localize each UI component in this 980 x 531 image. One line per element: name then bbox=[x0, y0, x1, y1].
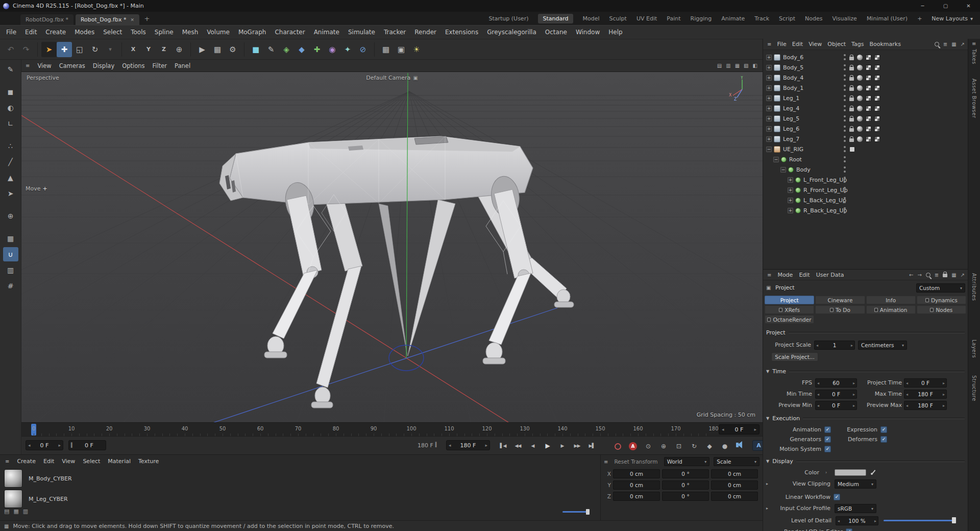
layout-add-button[interactable]: + bbox=[917, 15, 922, 22]
tab-xrefs[interactable]: XRefs bbox=[765, 305, 814, 314]
materials-menu-icon[interactable]: ≡ bbox=[5, 458, 9, 464]
menu-mograph[interactable]: MoGraph bbox=[238, 29, 266, 36]
expand-chevron-icon[interactable]: ▸ bbox=[766, 481, 768, 486]
deformer-menu[interactable]: ◉ bbox=[325, 42, 340, 57]
visibility-dots[interactable] bbox=[844, 115, 846, 122]
viewport-menu-icon[interactable]: ≡ bbox=[26, 63, 30, 68]
layout-track[interactable]: Track bbox=[754, 15, 769, 22]
visibility-dots[interactable] bbox=[844, 54, 846, 61]
texture-tag-icon[interactable] bbox=[866, 55, 871, 60]
attr-menu-mode[interactable]: Mode bbox=[777, 272, 793, 278]
visibility-dots[interactable] bbox=[844, 135, 846, 142]
filter-icon[interactable]: ≣ bbox=[943, 41, 947, 47]
lock-tag-icon[interactable] bbox=[849, 118, 854, 122]
om-menu-file[interactable]: File bbox=[777, 41, 786, 47]
expand-icon[interactable]: + bbox=[788, 177, 793, 183]
doc-tab-robotdog[interactable]: RobotDog.fbx * bbox=[20, 14, 74, 25]
y-axis-lock-button[interactable]: Y bbox=[141, 42, 156, 57]
object-row[interactable]: +R_Back_Leg_Up bbox=[763, 205, 968, 215]
scale-project-button[interactable]: Scale Project... bbox=[771, 352, 818, 361]
motion-system-checkbox[interactable]: ✓ bbox=[824, 446, 831, 452]
material-detail-view-icon[interactable]: ▥ bbox=[23, 508, 28, 515]
prev-key-button[interactable]: ◀◀ bbox=[511, 440, 525, 451]
goto-end-button[interactable]: ▶▌ bbox=[585, 440, 599, 451]
visibility-dots[interactable] bbox=[844, 176, 846, 183]
fields-menu[interactable]: ✚ bbox=[309, 42, 325, 57]
menu-spline[interactable]: Spline bbox=[155, 29, 174, 36]
visibility-dots[interactable] bbox=[844, 156, 846, 163]
undo-icon[interactable]: ↶ bbox=[3, 42, 18, 57]
axis-mode-button[interactable]: ⊕ bbox=[3, 209, 18, 223]
tab-animation[interactable]: Animation bbox=[866, 305, 916, 314]
thumbnail-size-slider[interactable] bbox=[562, 511, 588, 513]
position-z-field[interactable]: 0 cm bbox=[613, 492, 660, 501]
menu-animate[interactable]: Animate bbox=[314, 29, 339, 36]
material-name[interactable]: M_Leg_CYBER bbox=[29, 496, 68, 502]
material-list-view-icon[interactable]: ▤ bbox=[4, 508, 9, 515]
object-row[interactable]: +L_Front_Leg_Up bbox=[763, 175, 968, 185]
phong-tag-icon[interactable] bbox=[857, 75, 863, 81]
model-mode-button[interactable]: ◼ bbox=[3, 85, 18, 99]
live-selection-tool[interactable]: ➤ bbox=[41, 42, 57, 57]
dock-tab-attributes[interactable]: Attributes bbox=[971, 273, 977, 301]
menu-file[interactable]: File bbox=[6, 29, 16, 36]
object-row[interactable]: −Body bbox=[763, 164, 968, 175]
rotate-tool[interactable]: ↻ bbox=[87, 42, 103, 57]
phong-tag-icon[interactable] bbox=[857, 116, 863, 122]
texture-tag-icon[interactable] bbox=[874, 126, 880, 132]
object-row[interactable]: +Body_5 bbox=[763, 62, 968, 73]
tab-close-icon[interactable]: ✕ bbox=[130, 17, 134, 22]
eyedropper-icon[interactable] bbox=[870, 470, 876, 475]
visibility-dots[interactable] bbox=[844, 207, 846, 214]
texture-tag-icon[interactable] bbox=[874, 55, 880, 60]
mat-menu-texture[interactable]: Texture bbox=[138, 458, 159, 465]
visibility-dots[interactable] bbox=[844, 64, 846, 71]
layout-paint[interactable]: Paint bbox=[667, 15, 680, 22]
texture-tag-icon[interactable] bbox=[874, 95, 880, 101]
position-y-field[interactable]: 0 cm bbox=[613, 480, 660, 490]
om-menu-view[interactable]: View bbox=[808, 41, 822, 47]
menu-edit[interactable]: Edit bbox=[25, 29, 37, 36]
phong-tag-icon[interactable] bbox=[857, 106, 863, 111]
layout-uv-edit[interactable]: UV Edit bbox=[636, 15, 657, 22]
move-tool-active[interactable]: ✚ bbox=[57, 42, 72, 57]
attr-menu-icon[interactable]: ≡ bbox=[767, 272, 771, 278]
project-scale-field[interactable]: ◂1▸ bbox=[814, 341, 855, 350]
object-row[interactable]: +Leg_7 bbox=[763, 134, 968, 144]
tab-info[interactable]: Info bbox=[866, 296, 916, 304]
lock-tag-icon[interactable] bbox=[849, 57, 854, 60]
pen-tool-button[interactable]: ✎ bbox=[3, 62, 18, 77]
menu-volume[interactable]: Volume bbox=[207, 29, 230, 36]
key-selection-button[interactable]: ⊙ bbox=[642, 441, 654, 452]
current-frame-field[interactable]: ◂0 F▸ bbox=[719, 424, 760, 435]
collapse-triangle-icon[interactable]: ▼ bbox=[766, 416, 769, 421]
minimize-button[interactable]: ─ bbox=[911, 0, 934, 12]
lock-tag-icon[interactable] bbox=[849, 98, 854, 101]
key-position-button[interactable]: ⊕ bbox=[657, 441, 670, 452]
key-pla-button[interactable]: ● bbox=[719, 441, 731, 452]
redo-icon[interactable]: ↷ bbox=[18, 42, 34, 57]
linear-workflow-checkbox[interactable]: ✓ bbox=[834, 494, 840, 500]
tweak-mode-button[interactable]: ➤ bbox=[3, 186, 18, 201]
expand-icon[interactable]: + bbox=[788, 187, 793, 193]
texture-tag-icon[interactable] bbox=[866, 106, 871, 111]
texture-tag-icon[interactable] bbox=[874, 136, 880, 142]
play-button[interactable]: ▶ bbox=[541, 440, 554, 451]
material-grid-view-icon[interactable]: ▦ bbox=[13, 508, 18, 515]
workplane-mode-button[interactable]: ∟ bbox=[3, 116, 18, 131]
object-row[interactable]: +Leg_4 bbox=[763, 103, 968, 113]
close-button[interactable]: ✕ bbox=[957, 0, 980, 12]
cloner-menu[interactable]: ✦ bbox=[340, 42, 355, 57]
current-frame-spinner[interactable]: ◂0 F▸ bbox=[26, 440, 63, 450]
render-settings-button[interactable]: ⚙ bbox=[225, 42, 240, 57]
tab-octanerender[interactable]: OctaneRender bbox=[765, 315, 814, 324]
mat-menu-material[interactable]: Material bbox=[108, 458, 131, 465]
viewport-canvas[interactable] bbox=[21, 72, 763, 422]
floor-menu[interactable]: ▦ bbox=[378, 42, 394, 57]
visibility-dots[interactable] bbox=[844, 84, 846, 91]
workplane-grid-button[interactable]: # bbox=[3, 279, 18, 293]
visibility-dots[interactable] bbox=[844, 186, 846, 194]
collapse-triangle-icon[interactable]: ▼ bbox=[766, 459, 769, 464]
panel-grid-icon[interactable]: ▦ bbox=[951, 272, 956, 278]
lock-tag-icon[interactable] bbox=[849, 87, 854, 91]
